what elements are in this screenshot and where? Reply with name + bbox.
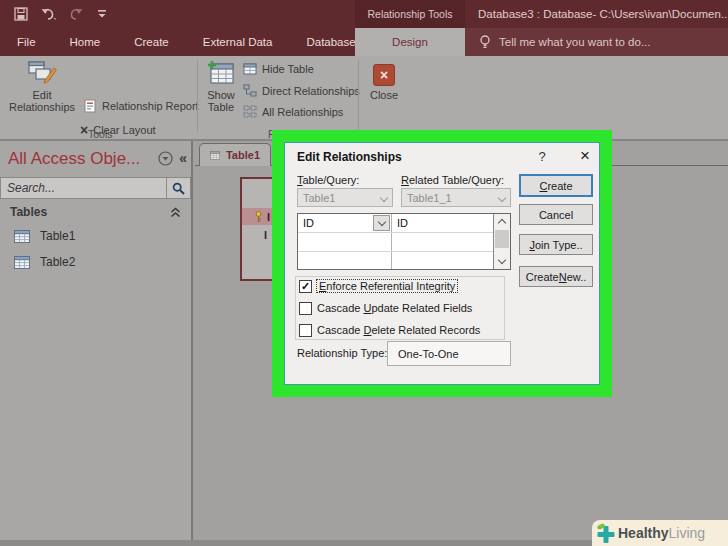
enforce-referential-integrity-checkbox[interactable]: ✓ Enforce Referential Integrity [299, 279, 457, 293]
shutter-collapse-icon[interactable]: « [179, 150, 187, 166]
edit-relationships-label: Edit Relationships [6, 89, 78, 113]
direct-relationships-icon [243, 84, 257, 97]
dialog-title: Edit Relationships [297, 150, 402, 164]
relationship-type-value: One-To-One [387, 341, 511, 366]
relationship-type-text: One-To-One [398, 348, 459, 360]
search-icon [172, 182, 185, 195]
dropdown-chevron-icon [498, 194, 506, 202]
checkbox-label: Cascade Update Related Fields [317, 302, 472, 314]
edit-relationships-icon [27, 60, 57, 86]
tables-section-label: Tables [10, 205, 47, 219]
create-new-button[interactable]: Create New.. [519, 266, 593, 287]
show-table-label: Show Table [200, 89, 242, 113]
scroll-up-icon[interactable] [494, 214, 510, 229]
tab-design-active[interactable]: Design [355, 28, 465, 56]
dialog-help-button[interactable]: ? [531, 145, 553, 167]
relationship-report-icon [84, 99, 97, 113]
related-table-query-combobox[interactable]: Table1_1 [401, 188, 511, 207]
tab-file[interactable]: File [0, 36, 53, 48]
checkbox-label: Enforce Referential Integrity [317, 280, 457, 292]
direct-relationships-label: Direct Relationships [262, 85, 360, 97]
menu-circle-icon[interactable] [158, 151, 173, 166]
checkbox-icon[interactable] [299, 302, 312, 315]
grid-row-divider [298, 232, 494, 233]
checkbox-icon[interactable]: ✓ [299, 280, 312, 293]
document-tab-table1[interactable]: Table1 [199, 143, 271, 166]
table-icon [210, 150, 220, 161]
plus-leaf-icon [594, 522, 618, 546]
tab-external-data[interactable]: External Data [186, 36, 290, 48]
scrollbar-thumb[interactable] [495, 230, 509, 248]
grid-cell-right-field[interactable]: ID [397, 217, 408, 229]
table-icon [14, 256, 30, 269]
relationship-type-label: Relationship Type: [297, 347, 387, 359]
grid-row-divider [298, 251, 494, 252]
highlight-border: Edit Relationships ? × Table/Query: Rela… [272, 130, 612, 397]
navigation-pane: All Access Obje... « Tables Table1 [0, 141, 193, 540]
ribbon-tabs: File Home Create External Data Database … [0, 28, 403, 56]
nav-item-label: Table1 [40, 229, 75, 243]
tab-create[interactable]: Create [117, 36, 186, 48]
cascade-delete-checkbox[interactable]: Cascade Delete Related Records [299, 323, 480, 337]
nav-pane-title[interactable]: All Access Obje... [8, 149, 140, 169]
field-name-clipped: I [264, 229, 267, 241]
hide-table-button[interactable]: Hide Table [243, 63, 314, 75]
field-name-clipped: I [267, 211, 270, 223]
tell-me-box[interactable]: Tell me what you want to do... [465, 28, 728, 56]
collapse-group-icon[interactable] [170, 207, 181, 218]
dialog-close-button[interactable]: × [573, 145, 597, 167]
save-icon[interactable] [14, 7, 28, 21]
dropdown-chevron-icon [380, 194, 388, 202]
search-input[interactable] [1, 178, 166, 198]
watermark-logo: Healthy Living [592, 520, 728, 546]
all-relationships-button[interactable]: All Relationships [243, 105, 343, 118]
edit-relationships-button[interactable]: Edit Relationships [6, 60, 78, 113]
search-box [0, 177, 191, 199]
menu-bar: File Home Create External Data Database … [0, 28, 728, 56]
tab-design-label: Design [392, 36, 428, 48]
direct-relationships-button[interactable]: Direct Relationships [243, 84, 360, 97]
nav-item-table1[interactable]: Table1 [0, 225, 191, 247]
grid-field-dropdown-button[interactable] [373, 215, 390, 231]
close-icon: × [373, 64, 395, 86]
undo-icon[interactable] [40, 7, 56, 21]
close-button[interactable]: × Close [364, 64, 404, 101]
related-table-query-value: Table1_1 [407, 192, 452, 204]
create-button[interactable]: Create [519, 174, 593, 197]
tell-me-label: Tell me what you want to do... [499, 36, 651, 48]
close-label: Close [370, 89, 398, 101]
contextual-tab-header: Relationship Tools [355, 0, 465, 28]
table-icon [14, 230, 30, 243]
window-title: Database3 : Database- C:\Users\ivan\Docu… [478, 0, 728, 28]
nav-item-table2[interactable]: Table2 [0, 251, 191, 273]
edit-relationships-dialog: Edit Relationships ? × Table/Query: Rela… [284, 142, 600, 385]
quick-access-toolbar [14, 4, 108, 24]
title-bar: Relationship Tools Database3 : Database-… [0, 0, 728, 28]
grid-cell-left-field[interactable]: ID [303, 217, 314, 229]
key-icon [254, 211, 263, 223]
tab-home[interactable]: Home [53, 36, 118, 48]
dropdown-chevron-icon [377, 217, 385, 225]
customize-qat-icon[interactable] [96, 7, 108, 21]
grid-scrollbar[interactable] [493, 214, 510, 269]
relationship-report-label: Relationship Report [102, 100, 199, 112]
checkbox-icon[interactable] [299, 324, 312, 337]
tools-group-label: Tools [88, 128, 113, 140]
cascade-update-checkbox[interactable]: Cascade Update Related Fields [299, 301, 472, 315]
grid-column-divider [391, 214, 392, 269]
join-type-button[interactable]: Join Type.. [519, 234, 593, 255]
show-table-icon [207, 60, 235, 86]
watermark-light-text: Living [669, 525, 706, 541]
search-button[interactable] [166, 178, 190, 198]
show-table-button[interactable]: Show Table [200, 60, 242, 113]
table-query-combobox[interactable]: Table1 [297, 188, 393, 207]
clear-layout-icon: × [80, 122, 88, 138]
all-relationships-icon [243, 105, 257, 118]
table-query-label: Table/Query: [297, 174, 359, 186]
redo-icon[interactable] [68, 7, 84, 21]
tables-section-header[interactable]: Tables [0, 201, 191, 223]
relationship-report-button[interactable]: Relationship Report [84, 99, 199, 113]
scroll-down-icon[interactable] [494, 254, 510, 269]
hide-table-icon [243, 63, 257, 75]
cancel-button[interactable]: Cancel [519, 204, 593, 225]
